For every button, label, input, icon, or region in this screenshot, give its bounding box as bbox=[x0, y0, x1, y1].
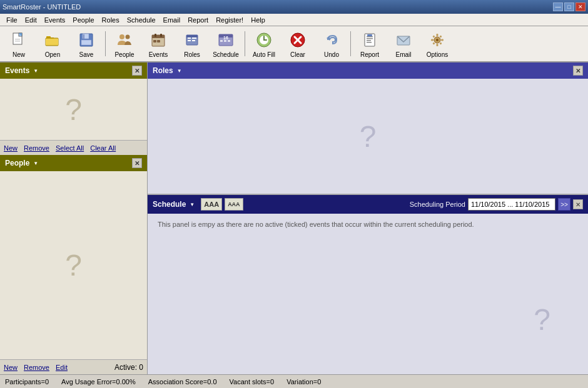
svg-rect-55 bbox=[439, 42, 442, 44]
new-button[interactable]: New bbox=[3, 27, 35, 60]
schedule-title-text: Schedule bbox=[153, 200, 186, 209]
menu-report[interactable]: Report bbox=[184, 15, 212, 25]
roles-dropdown-arrow[interactable]: ▼ bbox=[177, 68, 182, 74]
menu-bar: File Edit Events People Roles Schedule E… bbox=[0, 14, 588, 26]
right-panel: Roles ▼ ✕ ? Schedule ▼ AAA AAA bbox=[148, 62, 588, 374]
left-panel: Events ▼ ✕ ? New Remove Select All Clear… bbox=[0, 62, 148, 374]
people-remove-link[interactable]: Remove bbox=[24, 364, 49, 371]
events-button[interactable]: Events bbox=[142, 27, 175, 60]
status-association: Association Score=0.0 bbox=[148, 378, 217, 386]
status-bar: Participants=0 Avg Usage Error=0.00% Ass… bbox=[0, 374, 588, 388]
menu-file[interactable]: File bbox=[3, 15, 21, 25]
svg-rect-19 bbox=[153, 40, 156, 42]
menu-help[interactable]: Help bbox=[247, 15, 269, 25]
events-clear-all-link[interactable]: Clear All bbox=[90, 144, 116, 152]
people-new-link[interactable]: New bbox=[4, 364, 18, 371]
font-decrease-button[interactable]: AAA bbox=[225, 198, 243, 211]
schedule-empty-message: This panel is empy as there are no activ… bbox=[148, 214, 588, 236]
people-close-button[interactable]: ✕ bbox=[132, 158, 142, 168]
menu-register[interactable]: Register! bbox=[212, 15, 247, 25]
svg-rect-32 bbox=[228, 40, 230, 42]
roles-panel-title: Roles bbox=[153, 66, 173, 75]
svg-rect-54 bbox=[432, 42, 435, 44]
svg-rect-26 bbox=[186, 35, 198, 37]
schedule-button[interactable]: 16 Schedule bbox=[210, 27, 242, 60]
roles-close-button[interactable]: ✕ bbox=[573, 66, 583, 76]
options-button[interactable]: Options bbox=[421, 27, 454, 60]
menu-roles[interactable]: Roles bbox=[98, 15, 123, 25]
menu-events[interactable]: Events bbox=[41, 15, 69, 25]
svg-rect-17 bbox=[155, 34, 156, 37]
svg-rect-23 bbox=[188, 40, 191, 41]
separator-1 bbox=[105, 31, 106, 56]
menu-email[interactable]: Email bbox=[160, 15, 185, 25]
svg-rect-42 bbox=[367, 40, 371, 41]
svg-rect-18 bbox=[160, 34, 162, 37]
svg-rect-12 bbox=[81, 40, 91, 45]
svg-rect-41 bbox=[367, 38, 373, 39]
people-icon bbox=[114, 30, 134, 50]
report-icon bbox=[360, 30, 380, 50]
separator-2 bbox=[245, 31, 245, 56]
svg-rect-43 bbox=[367, 42, 372, 43]
people-placeholder: ? bbox=[0, 171, 147, 359]
schedule-panel: Schedule ▼ AAA AAA Scheduling Period >> … bbox=[148, 194, 588, 374]
people-dropdown-arrow[interactable]: ▼ bbox=[33, 161, 38, 166]
svg-rect-24 bbox=[192, 37, 196, 39]
menu-schedule[interactable]: Schedule bbox=[123, 15, 160, 25]
people-panel-title: People bbox=[5, 159, 29, 167]
maximize-button[interactable]: □ bbox=[564, 2, 574, 11]
open-icon bbox=[43, 30, 63, 50]
events-select-all-link[interactable]: Select All bbox=[56, 144, 84, 152]
period-input[interactable] bbox=[468, 198, 555, 211]
events-panel-header: Events ▼ ✕ bbox=[0, 62, 147, 79]
events-placeholder: ? bbox=[0, 79, 147, 140]
svg-rect-53 bbox=[439, 35, 442, 37]
people-footer: New Remove Edit Active: 0 bbox=[0, 359, 147, 374]
email-button[interactable]: Email bbox=[387, 27, 420, 60]
app-title: SmartRoster - UNTITLED bbox=[3, 3, 81, 11]
schedule-close-button[interactable]: ✕ bbox=[573, 199, 583, 209]
events-new-link[interactable]: New bbox=[4, 144, 18, 152]
roles-button[interactable]: Roles bbox=[176, 27, 208, 60]
people-edit-link[interactable]: Edit bbox=[56, 364, 68, 371]
svg-rect-49 bbox=[437, 44, 438, 46]
menu-edit[interactable]: Edit bbox=[21, 15, 41, 25]
clear-icon bbox=[288, 30, 308, 50]
report-button[interactable]: Report bbox=[353, 27, 386, 60]
period-advance-button[interactable]: >> bbox=[558, 198, 570, 211]
status-variation: Variation=0 bbox=[286, 378, 321, 386]
separator-3 bbox=[350, 31, 351, 56]
people-panel-header: People ▼ ✕ bbox=[0, 155, 147, 171]
svg-rect-51 bbox=[441, 39, 444, 41]
events-remove-link[interactable]: Remove bbox=[24, 144, 49, 152]
status-participants: Participants=0 bbox=[5, 378, 49, 386]
close-button[interactable]: ✕ bbox=[575, 2, 585, 11]
menu-people[interactable]: People bbox=[69, 15, 98, 25]
events-dropdown-arrow[interactable]: ▼ bbox=[33, 68, 38, 74]
svg-rect-4 bbox=[15, 41, 20, 42]
svg-rect-8 bbox=[46, 39, 58, 45]
svg-rect-20 bbox=[157, 40, 160, 42]
save-button[interactable]: Save bbox=[70, 27, 103, 60]
schedule-dropdown-arrow[interactable]: ▼ bbox=[190, 202, 195, 207]
clear-button[interactable]: Clear bbox=[281, 27, 314, 60]
schedule-icon: 16 bbox=[216, 30, 236, 50]
svg-point-13 bbox=[119, 34, 124, 39]
people-panel: People ▼ ✕ ? New Remove Edit Active: 0 bbox=[0, 155, 147, 374]
people-button[interactable]: People bbox=[108, 27, 141, 60]
open-button[interactable]: Open bbox=[36, 27, 69, 60]
svg-rect-22 bbox=[188, 37, 191, 39]
undo-button[interactable]: Undo bbox=[315, 27, 348, 60]
status-vacant-slots: Vacant slots=0 bbox=[230, 378, 275, 386]
schedule-placeholder: ? bbox=[534, 302, 550, 337]
svg-text:16: 16 bbox=[223, 36, 228, 40]
events-close-button[interactable]: ✕ bbox=[132, 66, 142, 76]
svg-rect-31 bbox=[224, 40, 226, 42]
toolbar: New Open Save bbox=[0, 26, 588, 62]
font-increase-button[interactable]: AAA bbox=[201, 198, 222, 211]
autofill-button[interactable]: Auto Fill bbox=[248, 27, 280, 60]
svg-rect-44 bbox=[367, 34, 372, 36]
minimize-button[interactable]: — bbox=[553, 2, 563, 11]
roles-panel-header: Roles ▼ ✕ bbox=[148, 62, 588, 79]
